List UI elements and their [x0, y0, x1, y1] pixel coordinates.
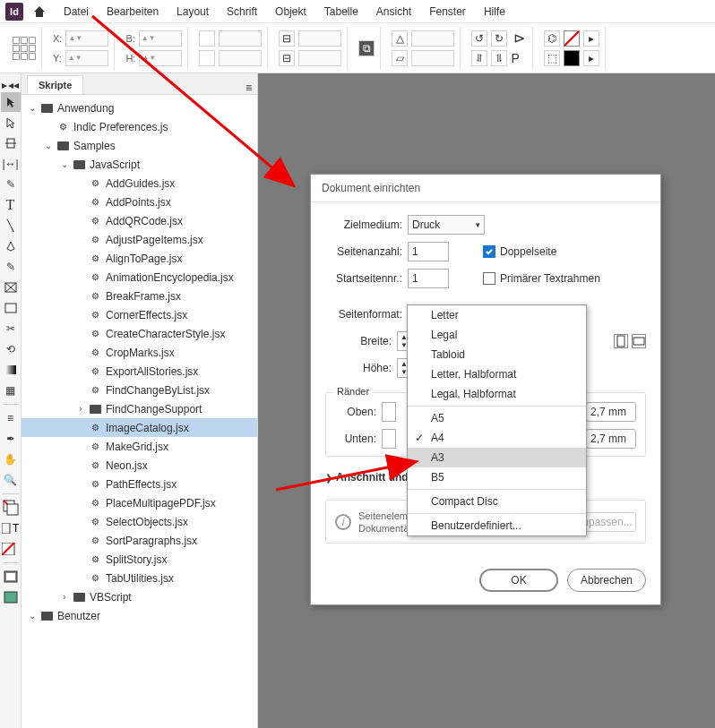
disclosure-icon[interactable]: ⌄: [25, 103, 39, 113]
tree-row[interactable]: ⌄Anwendung: [22, 98, 257, 117]
tree-row[interactable]: ⚙AdjustPageItems.jsx: [22, 230, 257, 249]
disclosure-icon[interactable]: ❯: [325, 473, 332, 483]
text-mode-icon[interactable]: P: [511, 51, 527, 65]
startseite-input[interactable]: [408, 269, 449, 288]
tree-row[interactable]: ⌄Samples: [22, 136, 257, 155]
align-h-icon[interactable]: ⊟: [279, 30, 295, 47]
menu-schrift[interactable]: Schrift: [219, 0, 265, 23]
link-icon[interactable]: ⧉: [358, 40, 375, 56]
h-field[interactable]: ▲▼: [139, 50, 182, 66]
type-tool-icon[interactable]: T: [1, 195, 21, 215]
align-h-field[interactable]: [298, 30, 341, 47]
direct-selection-tool-icon[interactable]: [1, 113, 21, 133]
tree-row[interactable]: ⚙CreateCharacterStyle.jsx: [22, 324, 257, 343]
align-v-icon[interactable]: ⊟: [279, 50, 295, 66]
tree-row[interactable]: ⚙PlaceMultipagePDF.jsx: [22, 493, 257, 512]
panel-menu-icon[interactable]: ≡: [240, 81, 257, 94]
zielmedium-select[interactable]: Druck▾: [408, 215, 485, 235]
tree-row[interactable]: ⚙Indic Preferences.js: [22, 117, 257, 136]
scale-y-icon[interactable]: [199, 50, 215, 66]
menu-layout[interactable]: Layout: [168, 0, 217, 23]
tree-row[interactable]: ⚙FindChangeByList.jsx: [22, 381, 257, 399]
shear-field[interactable]: [411, 50, 454, 66]
margin-right2-input[interactable]: [586, 429, 636, 449]
tree-row[interactable]: ⚙AnimationEncyclopedia.jsx: [22, 268, 257, 287]
fill-swatch-icon[interactable]: [564, 50, 580, 66]
hand-tool-icon[interactable]: ✋: [1, 450, 21, 469]
seitenformat-dropdown[interactable]: LetterLegalTabloidLetter, HalbformatLega…: [407, 304, 587, 536]
orientation-portrait-icon[interactable]: [614, 334, 628, 348]
note-tool-icon[interactable]: ≡: [1, 408, 21, 428]
fill-stroke-swap-icon[interactable]: [1, 498, 21, 518]
format-container-icon[interactable]: T: [1, 518, 21, 538]
disclosure-icon[interactable]: ⌄: [41, 141, 56, 150]
pencil-tool-icon[interactable]: ✎: [1, 257, 21, 277]
tree-row[interactable]: ⚙CornerEffects.jsx: [22, 305, 257, 324]
tree-row[interactable]: ⌄JavaScript: [22, 155, 257, 174]
rotate-field[interactable]: [411, 30, 454, 47]
tree-row[interactable]: ⚙MakeGrid.jsx: [22, 437, 257, 456]
flip-h-icon[interactable]: ⊳: [511, 30, 527, 47]
tree-row[interactable]: ⚙SelectObjects.jsx: [22, 512, 257, 531]
tree-row[interactable]: ⚙BreakFrame.jsx: [22, 287, 257, 305]
menu-ansicht[interactable]: Ansicht: [368, 0, 419, 23]
scale-y-field[interactable]: [219, 50, 262, 66]
tree-row[interactable]: ⚙Neon.jsx: [22, 456, 257, 475]
tree-row[interactable]: ⚙SplitStory.jsx: [22, 550, 257, 569]
panel-tab-skripte[interactable]: Skripte: [27, 75, 83, 94]
dropdown-item[interactable]: Letter: [408, 305, 586, 325]
tree-row[interactable]: ⚙PathEffects.jsx: [22, 475, 257, 493]
x-field[interactable]: ▲▼: [65, 30, 108, 47]
gradient-feather-tool-icon[interactable]: ▦: [1, 381, 21, 400]
tree-row[interactable]: ⚙TabUtilities.jsx: [22, 569, 257, 587]
line-tool-icon[interactable]: ╲: [1, 216, 21, 236]
home-icon[interactable]: [25, 4, 54, 19]
dropdown-item[interactable]: Tabloid: [408, 345, 586, 364]
arrange-icon[interactable]: ⌬: [544, 30, 560, 47]
anschnitt-label[interactable]: Anschnitt und: [336, 471, 409, 484]
apply-color-icon[interactable]: [1, 539, 21, 559]
dropdown-item[interactable]: Benutzerdefiniert...: [408, 516, 586, 535]
tree-row[interactable]: ⚙AlignToPage.jsx: [22, 249, 257, 268]
select-icon[interactable]: ⬚: [544, 50, 560, 66]
gap-tool-icon[interactable]: |↔|: [1, 154, 21, 174]
gradient-swatch-tool-icon[interactable]: [1, 360, 21, 380]
tree-row[interactable]: ⚙AddPoints.jsx: [22, 193, 257, 211]
menu-hilfe[interactable]: Hilfe: [476, 0, 513, 23]
tree-row[interactable]: ⚙CropMarks.jsx: [22, 343, 257, 362]
tree-row[interactable]: ⚙SortParagraphs.jsx: [22, 531, 257, 550]
scale-x-icon[interactable]: [199, 30, 215, 47]
dropdown-item[interactable]: A5: [408, 408, 586, 428]
tree-row[interactable]: ⚙AddGuides.jsx: [22, 174, 257, 193]
tree-row[interactable]: ›VBScript: [22, 587, 257, 606]
b-field[interactable]: ▲▼: [139, 30, 182, 47]
doppelseite-checkbox[interactable]: [483, 245, 495, 258]
screen-mode-icon[interactable]: [1, 587, 21, 607]
tree-row[interactable]: ›FindChangeSupport: [22, 399, 257, 418]
menu-fenster[interactable]: Fenster: [421, 0, 474, 23]
primaer-checkbox[interactable]: [483, 272, 495, 285]
ok-button[interactable]: OK: [479, 569, 558, 592]
eyedropper-tool-icon[interactable]: ✒: [1, 429, 21, 449]
disclosure-icon[interactable]: ⌄: [57, 159, 72, 169]
view-mode-icon[interactable]: [1, 567, 21, 587]
scissors-tool-icon[interactable]: ✂: [1, 319, 21, 338]
tree-row[interactable]: ⚙ExportAllStories.jsx: [22, 362, 257, 381]
free-transform-tool-icon[interactable]: ⟲: [1, 339, 21, 359]
rotate-ccw-icon[interactable]: ↺: [471, 30, 487, 47]
menu-objekt[interactable]: Objekt: [267, 0, 314, 23]
tree-row[interactable]: ⚙AddQRCode.jsx: [22, 211, 257, 230]
rectangle-tool-icon[interactable]: [1, 298, 21, 318]
menu-datei[interactable]: Datei: [56, 0, 97, 23]
reference-point-grid[interactable]: [13, 37, 36, 60]
tree-row[interactable]: ⌄Benutzer: [22, 606, 257, 625]
dropdown-item[interactable]: Legal: [408, 325, 586, 345]
pen-tool-icon[interactable]: [1, 236, 21, 256]
align-v-field[interactable]: [298, 50, 341, 66]
dropdown-item[interactable]: Legal, Halbformat: [408, 384, 586, 407]
unten-stepper[interactable]: [382, 429, 396, 449]
scale-x-field[interactable]: [219, 30, 262, 47]
disclosure-icon[interactable]: ›: [73, 404, 88, 414]
oben-stepper[interactable]: [382, 402, 396, 422]
content-collector-tool-icon[interactable]: ✎: [1, 175, 21, 194]
